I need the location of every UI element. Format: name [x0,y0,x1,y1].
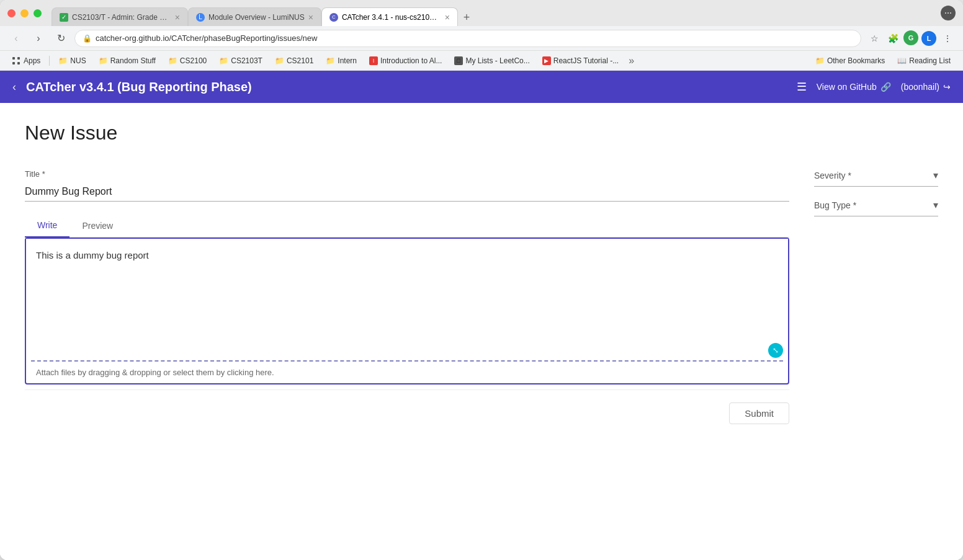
page-title: New Issue [25,122,938,144]
extensions-icon[interactable]: 🧩 [885,30,901,47]
reload-button[interactable]: ↻ [52,30,69,47]
menu-icon[interactable]: ☰ [797,80,807,94]
bookmark-leetco-label: My Lists - LeetCo... [465,56,529,65]
severity-label: Severity * [814,171,933,180]
folder-icon: 📁 [99,56,108,65]
tab1-favicon: ✓ [60,13,68,22]
severity-select[interactable]: Severity * ▾ [814,169,938,187]
bookmarks-bar: Apps 📁 NUS 📁 Random Stuff 📁 CS2100 📁 CS2… [0,51,963,71]
browser-tab-1[interactable]: ✓ CS2103/T - Admin: Grade Brea... × [52,7,188,26]
title-bar: ✓ CS2103/T - Admin: Grade Brea... × L Mo… [0,0,963,26]
link-icon: 🔗 [880,82,891,92]
forward-button[interactable]: › [30,30,47,47]
folder-icon: 📁 [58,56,68,65]
attach-area[interactable]: Attach files by dragging & dropping or s… [26,362,788,383]
severity-dropdown-arrow: ▾ [933,169,938,181]
tab2-close-icon[interactable]: × [308,13,313,22]
resize-icon[interactable]: ⤡ [768,343,783,358]
bookmark-other[interactable]: 📁 Other Bookmarks [810,55,890,67]
bug-type-field-group: Bug Type * ▾ [814,199,938,216]
bookmark-cs2103t[interactable]: 📁 CS2103T [214,55,267,67]
browser-tab-3[interactable]: C CATcher 3.4.1 - nus-cs2103-A... × [321,7,458,26]
bookmark-reactjs-label: ReactJS Tutorial -... [553,56,619,65]
other-bookmarks-folder-icon: 📁 [815,56,825,65]
back-icon[interactable]: ‹ [12,81,16,94]
bookmark-cs2103t-label: CS2103T [231,56,262,65]
url-bar[interactable]: 🔒 catcher-org.github.io/CATcher/phaseBug… [74,30,861,47]
new-tab-button[interactable]: + [458,9,475,26]
form-sidebar: Severity * ▾ Bug Type * ▾ [814,169,938,424]
body-textarea[interactable] [26,239,788,338]
bookmark-cs2100[interactable]: 📁 CS2100 [163,55,212,67]
tab1-label: CS2103/T - Admin: Grade Brea... [72,13,171,22]
severity-field-group: Severity * ▾ [814,169,938,187]
browser-window: ✓ CS2103/T - Admin: Grade Brea... × L Mo… [0,0,963,560]
folder-icon: 📁 [168,56,177,65]
preview-tab[interactable]: Preview [69,214,125,237]
bookmark-nus-label: NUS [70,56,86,65]
bookmark-apps[interactable]: Apps [7,55,45,67]
attach-text: Attach files by dragging & dropping or s… [36,368,274,377]
view-github-label: View on GitHub [817,82,877,92]
bookmark-random-label: Random Stuff [110,56,156,65]
tab3-favicon: C [329,13,338,22]
page-content: New Issue Title * Write Preview [0,103,963,560]
minimize-traffic-light[interactable] [20,9,29,17]
app-title: CATcher v3.4.1 (Bug Reporting Phase) [26,80,787,94]
title-input[interactable] [25,182,789,202]
bug-type-select[interactable]: Bug Type * ▾ [814,199,938,216]
bookmark-intern-label: Intern [338,56,357,65]
profile-icon[interactable]: L [921,30,937,47]
tab2-favicon: L [196,13,205,22]
bug-type-dropdown-arrow: ▾ [933,199,938,211]
view-github-link[interactable]: View on GitHub 🔗 [817,82,891,92]
title-label: Title * [25,169,789,179]
folder-icon: 📁 [326,56,335,65]
star-icon[interactable]: ☆ [866,30,882,47]
leetco-favicon: 🗒 [454,56,463,65]
bookmark-reading[interactable]: 📖 Reading List [892,55,956,67]
reactjs-favicon: ▶ [542,56,551,65]
submit-button[interactable]: Submit [729,402,789,424]
lock-icon: 🔒 [83,34,92,43]
header-actions: ☰ View on GitHub 🔗 (boonhail) ↪ [797,80,951,94]
intro-al-favicon: I [369,56,378,65]
bookmark-apps-label: Apps [24,56,40,65]
bookmarks-divider [49,56,50,66]
fullscreen-traffic-light[interactable] [34,9,42,17]
url-text: catcher-org.github.io/CATcher/phaseBugRe… [96,33,853,43]
folder-icon: 📁 [275,56,284,65]
browser-tab-2[interactable]: L Module Overview - LumiNUS × [188,7,321,26]
bookmarks-more-button[interactable]: » [626,54,637,68]
tab1-close-icon[interactable]: × [175,13,180,22]
bookmark-other-label: Other Bookmarks [827,56,885,65]
bug-type-label: Bug Type * [814,200,933,210]
bookmark-reactjs[interactable]: ▶ ReactJS Tutorial -... [537,55,624,67]
issue-form: Title * Write Preview ⤡ [25,169,938,424]
tab2-label: Module Overview - LumiNUS [208,13,305,22]
bookmark-intro-al[interactable]: I Introduction to Al... [364,55,447,67]
form-footer: Submit [25,389,789,424]
apps-grid-icon [12,56,21,65]
close-traffic-light[interactable] [7,9,16,17]
app-content: ‹ CATcher v3.4.1 (Bug Reporting Phase) ☰… [0,71,963,560]
browser-options-icon[interactable]: ⋮ [939,30,956,47]
back-button[interactable]: ‹ [7,30,25,47]
bookmark-nus[interactable]: 📁 NUS [53,55,91,67]
traffic-lights [7,9,42,17]
address-bar-actions: ☆ 🧩 G L ⋮ [866,30,956,47]
bookmark-random[interactable]: 📁 Random Stuff [94,55,161,67]
google-account-avatar[interactable]: G [903,30,918,45]
browser-menu-icon[interactable]: ⋯ [941,6,956,20]
user-label: (boonhail) [901,82,939,92]
tab3-close-icon[interactable]: × [445,13,450,22]
bookmark-cs2101[interactable]: 📁 CS2101 [270,55,318,67]
bookmark-intern[interactable]: 📁 Intern [321,55,362,67]
editor-area: ⤡ Attach files by dragging & dropping or… [25,238,789,384]
bookmark-leetco[interactable]: 🗒 My Lists - LeetCo... [449,55,534,67]
user-menu[interactable]: (boonhail) ↪ [901,82,951,92]
user-avatar: L [921,31,936,46]
form-main-column: Title * Write Preview ⤡ [25,169,789,424]
tab3-label: CATcher 3.4.1 - nus-cs2103-A... [342,13,441,22]
write-tab[interactable]: Write [25,214,69,238]
